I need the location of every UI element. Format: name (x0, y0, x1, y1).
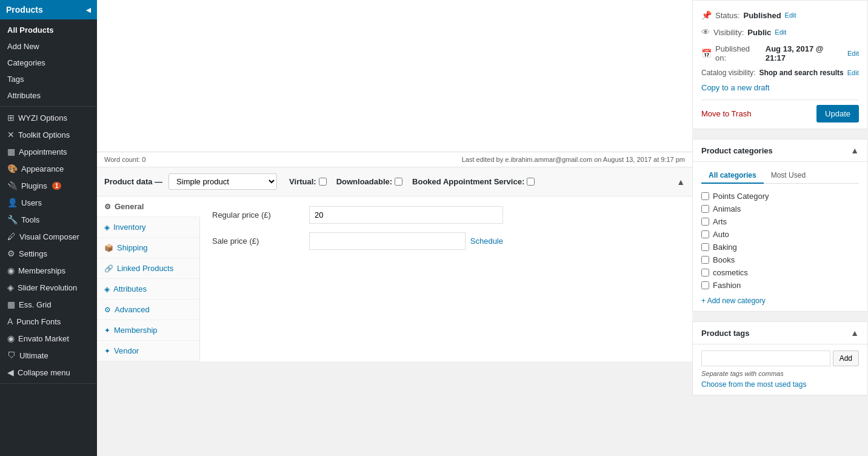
cat-tab-all[interactable]: All categories (701, 168, 764, 184)
product-categories-metabox: Product categories ▲ All categories Most… (692, 139, 868, 312)
sale-price-label: Sale price (£) (212, 236, 309, 246)
sidebar-item-tools[interactable]: 🔧 Tools (0, 211, 97, 228)
cat-label-baking: Baking (713, 243, 737, 252)
update-button[interactable]: Update (816, 105, 859, 122)
ess-grid-icon: ▦ (7, 300, 15, 309)
sidebar-item-slider-revolution[interactable]: ◈ Slider Revolution (0, 279, 97, 296)
published-edit-link[interactable]: Edit (847, 50, 859, 57)
sidebar: Products ◀ All Products Add New Categori… (0, 0, 97, 456)
catalog-vis-row: Catalog visibility: Shop and search resu… (701, 66, 859, 79)
sale-price-input[interactable] (309, 232, 466, 250)
product-data-header: Product data — Simple product Grouped pr… (97, 167, 692, 196)
cat-item-arts: Arts (701, 215, 859, 228)
cat-checkbox-baking[interactable] (701, 243, 709, 251)
product-categories-header[interactable]: Product categories ▲ (693, 139, 867, 162)
downloadable-checkbox[interactable] (395, 178, 402, 186)
sidebar-item-appointments[interactable]: ▦ Appointments (0, 143, 97, 160)
sidebar-sub-all-products[interactable]: All Products (0, 22, 97, 38)
sidebar-sub-categories[interactable]: Categories (0, 55, 97, 71)
status-edit-link[interactable]: Edit (785, 12, 796, 19)
schedule-link[interactable]: Schedule (470, 236, 503, 246)
sidebar-item-wyzi-options[interactable]: ⊞ WYZI Options (0, 109, 97, 126)
publish-date-icon: 📅 (701, 49, 712, 58)
move-to-trash-link[interactable]: Move to Trash (701, 109, 751, 118)
sidebar-sub-all-products-label: All Products (7, 25, 54, 35)
attributes-tab-icon: ◈ (104, 285, 110, 293)
sidebar-item-ultimate[interactable]: ⛉ Ultimate (0, 347, 97, 364)
users-icon: 👤 (7, 198, 18, 207)
product-checkboxes: Virtual: Downloadable: Booked Appointmen… (289, 177, 535, 186)
tab-advanced[interactable]: ⚙ Advanced (97, 300, 199, 320)
tab-general[interactable]: ⚙ General (97, 196, 200, 217)
sidebar-item-punch-fonts[interactable]: A Punch Fonts (0, 313, 97, 330)
sidebar-item-memberships[interactable]: ◉ Memberships (0, 262, 97, 279)
catalog-visibility-edit-link[interactable]: Edit (847, 69, 859, 76)
regular-price-input[interactable]: 20 (309, 206, 503, 224)
sidebar-item-envato[interactable]: ◉ Envato Market (0, 330, 97, 347)
choose-tags-link[interactable]: Choose from the most used tags (701, 380, 806, 389)
sidebar-item-settings[interactable]: ⚙ Settings (0, 245, 97, 262)
tab-linked-products[interactable]: 🔗 Linked Products (97, 258, 199, 279)
tab-vendor[interactable]: ✦ Vendor (97, 341, 199, 361)
envato-icon: ◉ (7, 334, 15, 343)
copy-draft-link[interactable]: Copy to a new draft (701, 83, 770, 92)
cat-checkbox-books[interactable] (701, 256, 709, 264)
tab-membership[interactable]: ✦ Membership (97, 320, 199, 341)
sidebar-item-users[interactable]: 👤 Users (0, 194, 97, 211)
plugins-icon: 🔌 (7, 181, 18, 190)
virtual-label: Virtual: (289, 177, 316, 186)
status-label: Status: (715, 11, 739, 20)
editor-content[interactable] (97, 0, 692, 152)
sidebar-products-top[interactable]: Products ◀ (0, 0, 97, 19)
sidebar-item-toolkit-options[interactable]: ✕ Toolkit Options (0, 126, 97, 143)
tab-inventory[interactable]: ◈ Inventory (97, 217, 199, 238)
booked-checkbox[interactable] (527, 178, 535, 186)
downloadable-checkbox-label[interactable]: Downloadable: (336, 177, 402, 186)
catalog-visibility-value: Shop and search results (759, 69, 843, 77)
tab-shipping[interactable]: 📦 Shipping (97, 238, 199, 258)
cat-checkbox-fashion[interactable] (701, 281, 709, 289)
sidebar-item-wyzi-label: WYZI Options (18, 113, 67, 122)
cat-tab-most-used[interactable]: Most Used (764, 168, 813, 184)
tags-input[interactable] (701, 350, 830, 366)
virtual-checkbox-label[interactable]: Virtual: (289, 177, 327, 186)
product-data-section: Product data — Simple product Grouped pr… (97, 167, 692, 361)
plugins-badge: 1 (52, 182, 62, 190)
sidebar-sub-attributes[interactable]: Attributes (0, 87, 97, 104)
right-panel: 📌 Status: Published Edit 👁 Visibility: P… (692, 0, 868, 456)
cat-checkbox-points[interactable] (701, 192, 709, 200)
visibility-edit-link[interactable]: Edit (775, 29, 786, 36)
sidebar-item-plugins[interactable]: 🔌 Plugins 1 (0, 177, 97, 194)
cat-label-books: Books (713, 255, 735, 264)
sidebar-item-ess-grid[interactable]: ▦ Ess. Grid (0, 296, 97, 313)
sidebar-item-visual-composer[interactable]: 🖊 Visual Composer (0, 228, 97, 245)
cat-checkbox-cosmetics[interactable] (701, 269, 709, 277)
cat-checkbox-auto[interactable] (701, 230, 709, 238)
product-type-select[interactable]: Simple product Grouped product External/… (169, 173, 277, 190)
sale-row-inner: Schedule (309, 232, 503, 250)
product-data-collapse-btn[interactable]: ▲ (676, 177, 685, 187)
wyzi-icon: ⊞ (7, 113, 15, 122)
content-area: Word count: 0 Last edited by e.ibrahim.a… (97, 0, 868, 456)
cat-checkbox-animals[interactable] (701, 205, 709, 213)
main-content: Word count: 0 Last edited by e.ibrahim.a… (97, 0, 868, 456)
product-tags-header[interactable]: Product tags ▲ (693, 322, 867, 344)
cat-checkbox-arts[interactable] (701, 218, 709, 226)
tab-attributes[interactable]: ◈ Attributes (97, 279, 199, 300)
regular-price-label: Regular price (£) (212, 210, 309, 220)
published-row: 📅 Published on: Aug 13, 2017 @ 21:17 Edi… (701, 41, 859, 66)
sidebar-item-appearance[interactable]: 🎨 Appearance (0, 160, 97, 177)
sidebar-item-settings-label: Settings (19, 249, 47, 258)
cat-item-auto: Auto (701, 228, 859, 241)
downloadable-label: Downloadable: (336, 177, 392, 186)
virtual-checkbox[interactable] (319, 178, 327, 186)
publish-metabox-body: 📌 Status: Published Edit 👁 Visibility: P… (693, 1, 867, 129)
tab-membership-label: Membership (114, 326, 158, 335)
sidebar-sub-add-new[interactable]: Add New (0, 38, 97, 55)
sidebar-sub-tags[interactable]: Tags (0, 71, 97, 87)
sidebar-item-collapse[interactable]: ◀ Collapse menu (0, 364, 97, 381)
published-value: Aug 13, 2017 @ 21:17 (766, 44, 844, 62)
booked-checkbox-label[interactable]: Booked Appointment Service: (412, 177, 535, 186)
tags-add-button[interactable]: Add (833, 350, 859, 366)
add-new-category-link[interactable]: + Add new category (701, 297, 859, 305)
